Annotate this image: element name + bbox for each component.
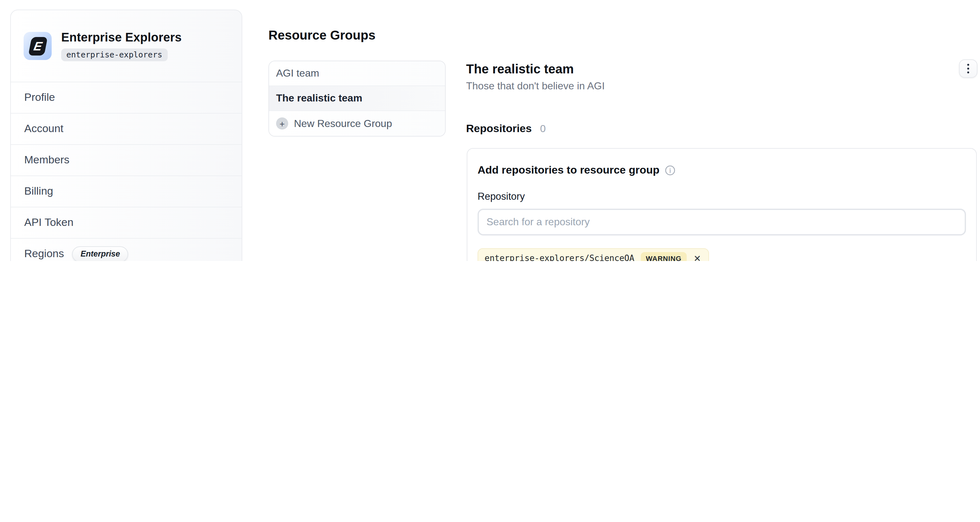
new-resource-group-label: New Resource Group [294,118,392,129]
repositories-section-heading: Repositories 0 [466,123,546,135]
sidebar-item-billing[interactable]: Billing [11,176,242,208]
svg-text:i: i [670,167,671,174]
sidebar-item-label: Account [24,123,64,135]
sidebar-item-members[interactable]: Members [11,145,242,176]
sidebar-item-regions[interactable]: Regions Enterprise [11,239,242,261]
resource-groups-heading: Resource Groups [269,28,375,43]
org-name: Enterprise Explorers [61,30,182,45]
org-header: E Enterprise Explorers enterprise-explor… [11,10,242,82]
sidebar-item-label: Regions [24,247,64,260]
kebab-icon [967,71,969,73]
sidebar-menu: Profile Account Members Billing API Toke… [11,82,242,261]
repositories-count: 0 [540,123,546,135]
kebab-icon [967,68,969,70]
org-settings-page: E Enterprise Explorers enterprise-explor… [0,0,980,261]
repository-chip: enterprise-explorers/ScienceQA WARNING ✕ [477,248,709,261]
group-item-agi-team[interactable]: AGI team [269,61,445,86]
add-repositories-title-row: Add repositories to resource group i [477,164,966,177]
org-logo-letter: E [28,37,47,55]
sidebar-item-profile[interactable]: Profile [11,82,242,113]
group-item-label: AGI team [276,68,319,79]
org-logo: E [24,32,52,60]
org-meta: Enterprise Explorers enterprise-explorer… [61,30,182,61]
sidebar-item-label: Profile [24,91,55,104]
add-repositories-title: Add repositories to resource group [477,164,660,177]
selected-repositories-row: enterprise-explorers/ScienceQA WARNING ✕ [477,248,966,261]
kebab-icon [967,64,969,66]
sidebar-item-label: API Token [24,216,73,229]
info-icon[interactable]: i [665,165,676,176]
org-handle-badge: enterprise-explorers [61,48,167,61]
group-detail-subtitle: Those that don't believe in AGI [466,80,605,92]
repository-chip-name: enterprise-explorers/ScienceQA [485,253,635,261]
add-repositories-card: Add repositories to resource group i Rep… [467,148,977,261]
sidebar-item-label: Members [24,154,70,166]
plus-icon: + [276,117,288,129]
enterprise-badge: Enterprise [72,246,129,261]
org-settings-sidebar: E Enterprise Explorers enterprise-explor… [10,10,242,261]
group-item-label: The realistic team [276,93,362,104]
group-item-the-realistic-team[interactable]: The realistic team [269,86,445,111]
warning-badge: WARNING [641,252,687,261]
resource-groups-list: AGI team The realistic team + New Resour… [269,61,446,137]
group-options-button[interactable] [959,59,977,78]
repository-field-label: Repository [477,191,966,202]
group-detail-title: The realistic team [466,62,574,77]
repositories-title: Repositories [466,123,532,135]
sidebar-item-label: Billing [24,185,53,198]
new-resource-group-button[interactable]: + New Resource Group [269,111,445,136]
sidebar-item-api-token[interactable]: API Token [11,208,242,239]
repository-search-input[interactable] [477,209,966,235]
sidebar-item-account[interactable]: Account [11,113,242,145]
remove-repository-icon[interactable]: ✕ [693,254,702,261]
